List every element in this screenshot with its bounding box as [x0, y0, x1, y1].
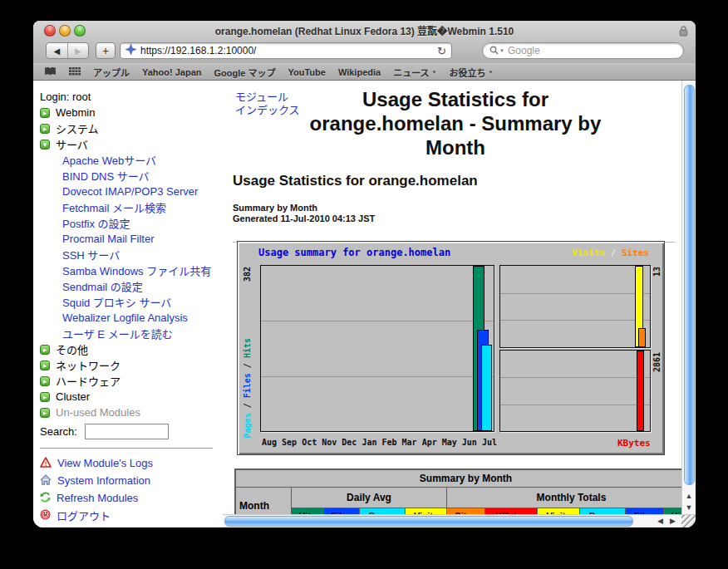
warning-icon: ! — [40, 457, 52, 470]
forward-button[interactable]: ▶ — [67, 43, 89, 58]
table-title: Summary by Month — [236, 470, 696, 487]
scroll-down-arrow[interactable]: ▼ — [682, 502, 696, 513]
gridline — [261, 321, 494, 321]
chevron-down-icon: ▼ — [489, 70, 494, 75]
collapse-down-icon[interactable]: ▾ — [40, 140, 50, 150]
vertical-scrollbar-thumb[interactable] — [684, 85, 695, 485]
chart-title: Usage summary for orange.homelan — [258, 247, 450, 258]
lock-icon — [679, 25, 688, 40]
vertical-scrollbar[interactable]: ▲ ▼ — [681, 81, 696, 515]
scroll-left-arrow[interactable]: ◀ — [654, 515, 667, 527]
chart-x-labels: Aug Sep Oct Nov Dec Jan Feb Mar Apr May … — [262, 438, 497, 447]
pages-bar — [481, 345, 492, 431]
sidebar-category-webmin[interactable]: ▸Webmin — [40, 105, 223, 120]
expand-right-icon[interactable]: ▸ — [40, 376, 50, 386]
bookmark-youtube[interactable]: YouTube — [288, 67, 325, 77]
webalizer-main-frame: モジュール インデックス Usage Statistics for orange… — [223, 81, 696, 527]
search-placeholder: Google — [508, 45, 540, 56]
chevron-down-icon: ▼ — [432, 70, 437, 75]
sites-bar — [638, 328, 646, 347]
sidebar-module-apache[interactable]: Apache Webサーバ — [40, 152, 223, 168]
left-axis-label: Pages / Files / Hits — [243, 338, 252, 438]
sidebar-category-system[interactable]: ▸システム — [40, 120, 223, 136]
sidebar-module-fetchmail[interactable]: Fetchmail メール検索 — [40, 199, 223, 215]
monthly-totals-group-header: Monthly Totals — [447, 488, 696, 508]
sidebar-module-samba[interactable]: Samba Windows ファイル共有 — [40, 262, 223, 278]
daily-avg-group-header: Daily Avg — [292, 488, 446, 508]
sidebar-category-cluster[interactable]: ▸Cluster — [40, 389, 223, 405]
logout-link[interactable]: ログアウト — [40, 507, 223, 524]
chart-legend: Visits / Sites — [572, 248, 649, 258]
expand-right-icon[interactable]: ▸ — [40, 408, 50, 418]
sidebar-module-dovecot[interactable]: Dovecot IMAP/POP3 Server — [40, 184, 223, 199]
bookmark-wikipedia[interactable]: Wikipedia — [338, 67, 381, 77]
sidebar-module-procmail[interactable]: Procmail Mail Filter — [40, 231, 223, 247]
horizontal-scrollbar[interactable]: ◀ ▶ — [223, 514, 696, 527]
expand-right-icon[interactable]: ▸ — [40, 108, 50, 118]
title-bar[interactable]: orange.homelan (Redhat Linux Fedora 13) … — [33, 21, 696, 39]
right-top-axis-max: 13 — [652, 267, 662, 277]
summary-by-month-label: Summary by Month — [233, 203, 375, 213]
sidebar-module-postfix[interactable]: Postfix の設定 — [40, 215, 223, 231]
bookmark-yahoo-japan[interactable]: Yahoo! Japan — [142, 67, 202, 77]
bookmark-folder-useful[interactable]: お役立ち▼ — [450, 66, 494, 79]
generated-timestamp: Generated 11-Jul-2010 04:13 JST — [233, 213, 375, 224]
sidebar-module-sendmail[interactable]: Sendmail の設定 — [40, 278, 223, 294]
search-field[interactable]: ▼ Google — [482, 42, 684, 59]
page-content: Login: root ▸Webmin ▸システム ▾サーバ Apache We… — [33, 81, 696, 527]
back-button[interactable]: ◀ — [47, 43, 67, 58]
sidebar-module-webalizer[interactable]: Webalizer Logfile Analysis — [40, 310, 223, 326]
bookmark-apple[interactable]: アップル — [93, 66, 130, 79]
expand-right-icon[interactable]: ▸ — [40, 345, 50, 355]
hits-files-pages-panel — [260, 265, 494, 432]
expand-right-icon[interactable]: ▸ — [40, 124, 50, 134]
sidebar-search: Search: — [40, 422, 223, 440]
top-sites-icon[interactable] — [69, 65, 81, 80]
home-icon — [40, 474, 52, 488]
sidebar-category-hardware[interactable]: ▸ハードウェア — [40, 373, 223, 389]
sidebar-category-networking[interactable]: ▸ネットワーク — [40, 357, 223, 373]
refresh-icon — [40, 492, 51, 505]
nav-buttons: ◀ ▶ — [46, 42, 89, 59]
sidebar-search-input[interactable] — [85, 424, 169, 439]
sidebar-module-ssh[interactable]: SSH サーバ — [40, 247, 223, 262]
sidebar-category-unused[interactable]: ▸Un-used Modules — [40, 405, 223, 420]
webmin-sidebar: Login: root ▸Webmin ▸システム ▾サーバ Apache We… — [33, 81, 223, 527]
kbytes-panel — [499, 350, 651, 432]
bookmark-google-maps[interactable]: Google マップ — [214, 66, 276, 79]
scroll-right-arrow[interactable]: ▶ — [667, 515, 679, 527]
browser-window: orange.homelan (Redhat Linux Fedora 13) … — [33, 21, 696, 527]
browser-chrome: orange.homelan (Redhat Linux Fedora 13) … — [33, 21, 696, 81]
refresh-modules-link[interactable]: Refresh Modules — [40, 489, 223, 507]
gridline — [500, 293, 650, 294]
address-bar[interactable]: https://192.168.1.2:10000/ ↻ — [120, 42, 452, 59]
expand-right-icon[interactable]: ▸ — [40, 361, 50, 370]
horizontal-scrollbar-thumb[interactable] — [224, 516, 633, 527]
right-bottom-axis-max: 2861 — [652, 352, 662, 372]
sidebar-module-bind-dns[interactable]: BIND DNS サーバ — [40, 168, 223, 184]
new-tab-button[interactable]: + — [96, 42, 116, 59]
view-module-logs-link[interactable]: ! View Module's Logs — [40, 454, 223, 472]
gridline — [500, 320, 650, 321]
scroll-up-arrow[interactable]: ▲ — [682, 490, 696, 502]
toolbar: ◀ ▶ + https://192.168.1.2:10000/ ↻ ▼ Goo… — [33, 39, 696, 63]
bookmarks-bar: アップル Yahoo! Japan Google マップ YouTube Wik… — [33, 63, 696, 80]
sidebar-category-servers[interactable]: ▾サーバ — [40, 136, 223, 152]
reload-icon[interactable]: ↻ — [437, 45, 446, 57]
sidebar-module-usermail[interactable]: ユーザ E メールを読む — [40, 326, 223, 341]
system-information-link[interactable]: System Information — [40, 472, 223, 489]
search-engine-dropdown-icon[interactable]: ▼ — [499, 48, 504, 53]
sidebar-category-others[interactable]: ▸その他 — [40, 341, 223, 357]
bookmark-folder-news[interactable]: ニュース▼ — [393, 66, 436, 79]
left-axis-max: 382 — [243, 267, 252, 282]
sidebar-divider — [40, 448, 213, 449]
window-resize-grip[interactable] — [681, 515, 696, 527]
section-title: Usage Statistics for orange.homelan — [233, 173, 478, 189]
expand-right-icon[interactable]: ▸ — [40, 392, 50, 402]
sidebar-module-squid[interactable]: Squid プロキシ サーバ — [40, 294, 223, 310]
reading-list-icon[interactable] — [44, 65, 57, 80]
page-title: Usage Statistics for orange.homelan - Su… — [289, 87, 622, 159]
window-title: orange.homelan (Redhat Linux Fedora 13) … — [33, 23, 696, 37]
gridline — [500, 405, 650, 405]
visits-sites-panel — [499, 265, 651, 348]
